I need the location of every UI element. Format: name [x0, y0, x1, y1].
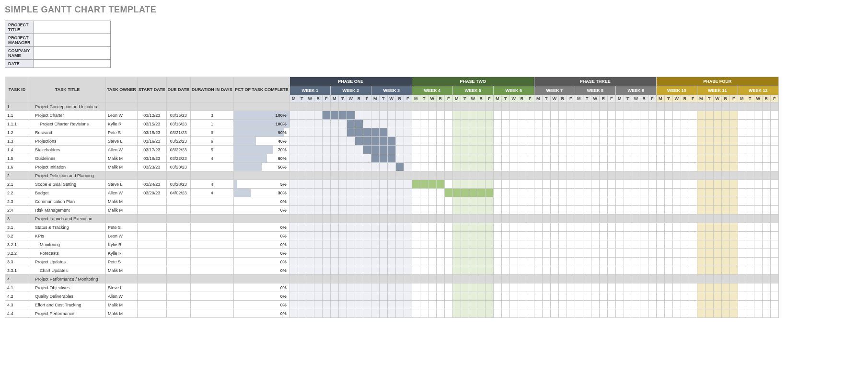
gantt-cell[interactable] [485, 309, 493, 318]
gantt-cell[interactable] [338, 240, 347, 249]
cell-task-title[interactable]: Budget [29, 189, 106, 197]
gantt-cell[interactable] [583, 283, 591, 292]
gantt-cell[interactable] [395, 128, 404, 137]
gantt-cell[interactable] [607, 283, 615, 292]
gantt-cell[interactable] [387, 232, 395, 240]
gantt-cell[interactable] [738, 128, 746, 137]
gantt-cell[interactable] [575, 128, 583, 137]
gantt-cell[interactable] [738, 206, 746, 215]
gantt-cell[interactable] [705, 223, 713, 232]
gantt-cell[interactable] [444, 232, 452, 240]
gantt-cell[interactable] [607, 223, 615, 232]
gantt-cell[interactable] [640, 309, 648, 318]
gantt-cell[interactable] [640, 292, 648, 301]
gantt-cell[interactable] [681, 258, 689, 266]
gantt-cell[interactable] [469, 258, 477, 266]
cell-task-title[interactable]: Project Charter [29, 111, 106, 120]
gantt-cell[interactable] [599, 240, 607, 249]
gantt-cell[interactable] [738, 111, 746, 120]
gantt-cell[interactable] [672, 258, 681, 266]
gantt-cell[interactable] [672, 283, 681, 292]
cell-pct[interactable]: 50% [233, 163, 289, 171]
gantt-cell[interactable] [664, 197, 672, 206]
gantt-cell[interactable] [306, 146, 314, 154]
gantt-cell[interactable] [444, 283, 452, 292]
gantt-cell[interactable] [338, 197, 347, 206]
gantt-cell[interactable] [762, 163, 770, 171]
gantt-cell[interactable] [672, 292, 681, 301]
gantt-cell[interactable] [746, 240, 754, 249]
gantt-cell[interactable] [754, 266, 762, 275]
gantt-cell[interactable] [721, 206, 729, 215]
gantt-cell[interactable] [436, 120, 444, 128]
gantt-cell[interactable] [624, 189, 632, 197]
gantt-cell[interactable] [330, 189, 338, 197]
gantt-cell[interactable] [461, 292, 469, 301]
gantt-cell[interactable] [640, 180, 648, 189]
gantt-cell[interactable] [615, 206, 624, 215]
gantt-cell[interactable] [485, 120, 493, 128]
gantt-cell[interactable] [770, 128, 778, 137]
gantt-cell[interactable] [713, 197, 721, 206]
gantt-cell[interactable] [705, 283, 713, 292]
gantt-cell[interactable] [754, 146, 762, 154]
gantt-cell[interactable] [306, 292, 314, 301]
gantt-cell[interactable] [379, 154, 387, 163]
gantt-cell[interactable] [713, 232, 721, 240]
gantt-cell[interactable] [518, 146, 526, 154]
gantt-cell[interactable] [379, 206, 387, 215]
gantt-cell[interactable] [412, 283, 420, 292]
gantt-cell[interactable] [770, 266, 778, 275]
gantt-cell[interactable] [355, 180, 363, 189]
gantt-cell[interactable] [526, 111, 534, 120]
gantt-cell[interactable] [412, 120, 420, 128]
gantt-cell[interactable] [591, 240, 599, 249]
gantt-cell[interactable] [738, 301, 746, 309]
gantt-cell[interactable] [648, 180, 656, 189]
cell-task-owner[interactable]: Malik M [106, 206, 138, 215]
cell-pct[interactable]: 0% [233, 240, 289, 249]
gantt-cell[interactable] [689, 309, 697, 318]
gantt-cell[interactable] [721, 232, 729, 240]
gantt-cell[interactable] [705, 137, 713, 146]
gantt-cell[interactable] [746, 301, 754, 309]
cell-duration[interactable] [190, 301, 233, 309]
gantt-cell[interactable] [770, 189, 778, 197]
gantt-cell[interactable] [485, 301, 493, 309]
gantt-cell[interactable] [461, 309, 469, 318]
gantt-cell[interactable] [404, 292, 412, 301]
gantt-cell[interactable] [322, 120, 330, 128]
gantt-cell[interactable] [509, 163, 518, 171]
gantt-cell[interactable] [770, 120, 778, 128]
gantt-cell[interactable] [689, 128, 697, 137]
gantt-cell[interactable] [330, 154, 338, 163]
gantt-cell[interactable] [395, 309, 404, 318]
gantt-cell[interactable] [314, 180, 322, 189]
gantt-cell[interactable] [721, 249, 729, 258]
gantt-cell[interactable] [387, 283, 395, 292]
cell-task-title[interactable]: Risk Management [29, 206, 106, 215]
gantt-cell[interactable] [363, 232, 371, 240]
gantt-cell[interactable] [404, 128, 412, 137]
gantt-cell[interactable] [347, 197, 355, 206]
gantt-cell[interactable] [672, 111, 681, 120]
cell-duration[interactable] [190, 258, 233, 266]
gantt-cell[interactable] [567, 223, 575, 232]
cell-task-title[interactable]: Stakeholders [29, 146, 106, 154]
gantt-cell[interactable] [534, 197, 542, 206]
gantt-cell[interactable] [493, 137, 501, 146]
gantt-cell[interactable] [338, 120, 347, 128]
gantt-cell[interactable] [452, 240, 461, 249]
gantt-cell[interactable] [395, 301, 404, 309]
gantt-cell[interactable] [689, 163, 697, 171]
gantt-cell[interactable] [395, 120, 404, 128]
cell-due-date[interactable]: 03/22/23 [166, 154, 190, 163]
gantt-cell[interactable] [355, 249, 363, 258]
gantt-cell[interactable] [558, 128, 567, 137]
gantt-cell[interactable] [379, 258, 387, 266]
cell-task-title[interactable]: Project Objectives [29, 283, 106, 292]
gantt-cell[interactable] [493, 266, 501, 275]
gantt-cell[interactable] [493, 120, 501, 128]
cell-task-title[interactable]: Quality Deliverables [29, 292, 106, 301]
cell-pct[interactable]: 0% [233, 258, 289, 266]
